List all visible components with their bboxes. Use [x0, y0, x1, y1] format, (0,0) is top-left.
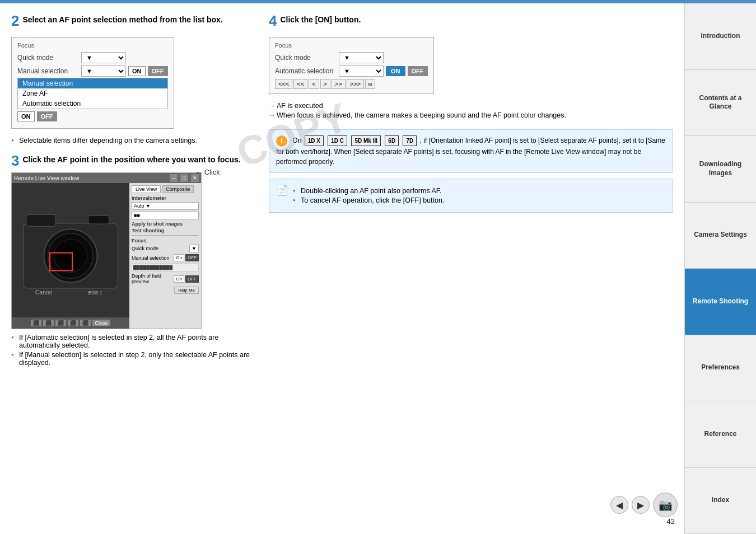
click-label-arrow-icon: ←: [195, 168, 202, 176]
dropdown-item-auto[interactable]: Automatic selection: [18, 99, 167, 109]
focus-box-step2-title: Focus: [17, 42, 168, 49]
next-page-button[interactable]: ▶: [632, 496, 650, 514]
on-button-step2-bottom[interactable]: ON: [17, 111, 35, 121]
sidebar-item-index[interactable]: Index: [685, 468, 756, 535]
info-box: ! On 1D X 1D C 5D Mk III 6D 7D , if [Ori…: [269, 129, 673, 173]
cam-btn-2[interactable]: ⬛: [43, 320, 54, 326]
depth-off-btn[interactable]: OFF: [185, 275, 199, 283]
on-button-step4[interactable]: ON: [386, 66, 405, 76]
focus-on-off-row: ON OFF: [17, 111, 168, 121]
svg-rect-1: [26, 214, 56, 226]
quickmode-label: Quick mode: [17, 54, 79, 62]
focus-on-btn[interactable]: On: [174, 254, 184, 261]
svg-point-5: [62, 247, 80, 265]
step4-auto-dropdown[interactable]: ▼: [339, 65, 384, 77]
sidebar-label-preferences: Preferences: [701, 363, 740, 372]
minimize-button[interactable]: ─: [170, 174, 178, 182]
focus-row-manual: Manual selection ▼ ON OFF: [17, 65, 168, 77]
click-label-text: Click: [204, 168, 220, 176]
tab-composite[interactable]: Composite: [162, 185, 194, 193]
nav-l[interactable]: <: [309, 79, 319, 89]
sidebar-item-camera-settings[interactable]: Camera Settings: [685, 203, 756, 269]
camera-icon-button[interactable]: 📷: [653, 493, 678, 517]
nav-r[interactable]: >: [320, 79, 330, 89]
camera-body-svg: Canon EOS 1: [17, 203, 124, 309]
badge-6d: 6D: [385, 135, 399, 146]
focus-grid: ▓▓▓▓▓▓▓▓▓▓▓▓: [132, 263, 199, 271]
step4-auto-label: Automatic selection: [275, 67, 337, 75]
step3-bullets: If [Automatic selection] is selected in …: [11, 334, 252, 367]
depth-row: Depth of field preview On OFF: [132, 273, 199, 284]
sidebar-item-contents[interactable]: Contents at a Glance: [685, 70, 756, 137]
sidebar-label-reference: Reference: [704, 430, 736, 439]
step-4-title-text: Click the [ON] button.: [280, 15, 361, 24]
step-3-section: 3 Click the AF point in the position whe…: [11, 154, 252, 367]
apply-title: Apply to shot images: [132, 221, 199, 227]
sidebar-item-reference[interactable]: Reference: [685, 401, 756, 468]
sidebar-label-remote-shooting: Remote Shooting: [693, 297, 748, 306]
panel-section-apply: Apply to shot images Test shooting: [132, 221, 199, 233]
panel-section-intervalometer: Intervalometer Auto ▼ ■■: [132, 195, 199, 219]
step4-quickmode-dropdown[interactable]: ▼: [339, 52, 384, 63]
step-2-section: 2 Select an AF point selection method fr…: [11, 15, 252, 144]
focus-off-btn[interactable]: OFF: [185, 254, 199, 261]
nav-rrr[interactable]: >>>: [347, 79, 364, 89]
focus-section-title: Focus: [132, 238, 199, 243]
off-button-step2[interactable]: OFF: [148, 66, 168, 76]
camera-bottom-bar: ⬛ ⬛ ⬛ ⬛ ⬛ Close: [12, 317, 129, 329]
nav-ll[interactable]: <<: [293, 79, 307, 89]
quickmode-dropdown[interactable]: ▼: [81, 52, 126, 63]
svg-text:Canon: Canon: [35, 289, 53, 296]
prev-page-button[interactable]: ◀: [610, 496, 628, 514]
panel-control-1[interactable]: Auto ▼: [132, 202, 199, 210]
on-button-step2[interactable]: ON: [128, 66, 146, 76]
cam-btn-4[interactable]: ⬛: [68, 320, 78, 326]
click-label: ← Click: [195, 168, 220, 176]
sidebar-label-index: Index: [712, 496, 729, 505]
cam-btn-5[interactable]: ⬛: [80, 320, 91, 326]
focus-quickmode-label: Quick mode: [132, 246, 188, 251]
sidebar-item-preferences[interactable]: Preferences: [685, 335, 756, 402]
info-icon: !: [276, 135, 287, 147]
sidebar-item-remote-shooting[interactable]: Remote Shooting: [685, 269, 756, 335]
nav-inf[interactable]: ∞: [365, 79, 375, 89]
tab-liveview[interactable]: Live View: [132, 185, 161, 193]
manual-selection-dropdown[interactable]: ▼: [81, 65, 126, 77]
nav-lll[interactable]: <<<: [275, 79, 292, 89]
note-bullets: Double-clicking an AF point also perform…: [293, 187, 666, 204]
step4-arrow-1: AF is executed.: [269, 102, 673, 110]
sidebar-item-downloading[interactable]: Downloading Images: [685, 136, 756, 203]
step-3-number: 3: [11, 154, 19, 168]
svg-rect-6: [88, 216, 109, 224]
cam-btn-1[interactable]: ⬛: [31, 320, 41, 326]
step4-quickmode-label: Quick mode: [275, 54, 337, 62]
sidebar-label-camera-settings: Camera Settings: [694, 231, 747, 240]
maximize-button[interactable]: □: [180, 174, 188, 182]
help-btn[interactable]: Help Me: [174, 287, 199, 294]
step3-bullet-2: If [Manual selection] is selected in ste…: [11, 351, 252, 367]
panel-tabs: Live View Composite: [132, 185, 199, 193]
cam-btn-3[interactable]: ⬛: [55, 320, 66, 326]
off-button-step2-bottom[interactable]: OFF: [37, 111, 57, 121]
test-title: Test shooting: [132, 228, 199, 233]
badge-1dx: 1D X: [305, 135, 324, 146]
depth-on-btn[interactable]: On: [174, 275, 184, 283]
camera-ui-titlebar: Remote Live View window ─ □ ✕: [12, 173, 201, 183]
cam-btn-close[interactable]: Close: [92, 320, 110, 326]
dropdown-item-zone[interactable]: Zone AF: [18, 88, 167, 99]
note-bullet-1: Double-clicking an AF point also perform…: [293, 187, 666, 195]
nav-rr[interactable]: >>: [332, 79, 346, 89]
focus-nav: <<< << < > >> >>> ∞: [275, 79, 428, 89]
camera-ui-title: Remote Live View window: [14, 175, 80, 181]
focus-panel-row-2: Manual selection On OFF: [132, 254, 199, 261]
step2-bullets: Selectable items differ depending on the…: [11, 137, 252, 144]
focus-quickmode-control[interactable]: ▼: [189, 245, 199, 252]
dropdown-list: Manual selection Zone AF Automatic selec…: [17, 78, 168, 109]
dropdown-item-manual[interactable]: Manual selection: [18, 78, 167, 88]
sidebar-item-introduction[interactable]: Introduction: [685, 3, 756, 70]
left-column: 2 Select an AF point selection method fr…: [11, 15, 252, 377]
manual-selection-label: Manual selection: [17, 67, 79, 75]
off-button-step4[interactable]: OFF: [408, 66, 428, 76]
badge-7d: 7D: [403, 135, 417, 146]
two-col-layout: 2 Select an AF point selection method fr…: [11, 15, 673, 377]
